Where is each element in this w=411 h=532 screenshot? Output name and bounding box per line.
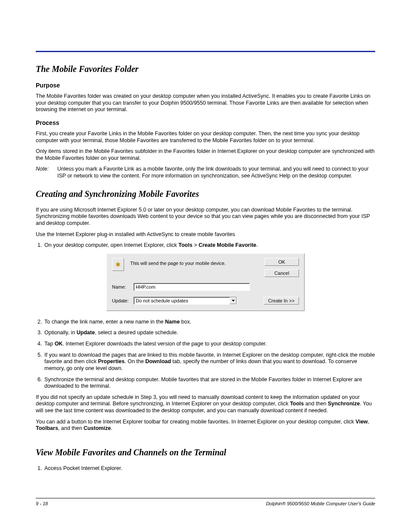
dialog-message: This will send the page to your mobile d… <box>130 258 260 266</box>
note-body: Unless you mark a Favorite Link as a mob… <box>57 166 375 179</box>
header-rule <box>36 51 375 52</box>
para-after-1: If you did not specify an update schedul… <box>36 394 375 414</box>
step-3: Optionally, in Update, select a desired … <box>44 330 375 336</box>
note-label: Note: <box>36 166 53 179</box>
create-in-button[interactable]: Create In >> <box>264 297 299 305</box>
para-purpose: The Mobile Favorites folder was created … <box>36 93 375 113</box>
para-after-2: You can add a button to the Internet Exp… <box>36 419 375 432</box>
update-select[interactable] <box>134 297 237 305</box>
create-mobile-favorite-dialog: ✱ This will send the page to your mobile… <box>106 253 305 311</box>
page-footer: 9 - 18 Dolphin® 9500/9550 Mobile Compute… <box>36 498 375 506</box>
step-4: Tap OK. Internet Explorer downloads the … <box>44 341 375 348</box>
note-block: Note: Unless you mark a Favorite Link as… <box>36 166 375 179</box>
update-label: Update: <box>112 298 134 303</box>
para-s2-2: Use the Internet Explorer plug-in instal… <box>36 231 375 238</box>
steps-list-create-cont: To change the link name, enter a new nam… <box>36 319 375 390</box>
para-process-2: Only items stored in the Mobile Favorite… <box>36 148 375 162</box>
svg-marker-0 <box>232 300 235 302</box>
step-5: If you want to download the pages that a… <box>44 352 375 372</box>
ok-button[interactable]: OK <box>265 258 299 266</box>
cancel-button[interactable]: Cancel <box>265 269 299 277</box>
section-title-mobile-favorites-folder: The Mobile Favorites Folder <box>36 64 375 74</box>
name-input[interactable] <box>134 283 250 291</box>
section-title-creating-sync: Creating and Synchronizing Mobile Favori… <box>36 189 375 199</box>
step-2: To change the link name, enter a new nam… <box>44 319 375 326</box>
footer-title: Dolphin® 9500/9550 Mobile Computer User'… <box>266 501 375 506</box>
chevron-down-icon[interactable] <box>230 297 237 304</box>
heading-process: Process <box>36 119 375 126</box>
name-label: Name: <box>112 284 134 289</box>
page-number: 9 - 18 <box>36 501 48 506</box>
para-process-1: First, you create your Favorite Links in… <box>36 131 375 144</box>
step-1: On your desktop computer, open Internet … <box>44 242 375 249</box>
star-icon: ✱ <box>115 261 121 268</box>
steps-list-view: Access Pocket Internet Explorer. <box>36 465 375 472</box>
step-6: Synchronize the terminal and desktop com… <box>44 376 375 390</box>
steps-list-create: On your desktop computer, open Internet … <box>36 242 375 249</box>
favorite-icon: ✱ <box>112 258 124 271</box>
section-title-view-favorites: View Mobile Favorites and Channels on th… <box>36 448 375 457</box>
para-s2-1: If you are using Microsoft Internet Expl… <box>36 207 375 227</box>
heading-purpose: Purpose <box>36 82 375 89</box>
step-view-1: Access Pocket Internet Explorer. <box>44 465 375 472</box>
